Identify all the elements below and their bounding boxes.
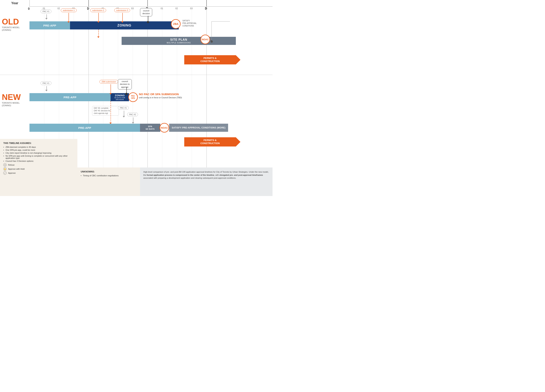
bottom-left-list: ZBA deemed complete in 30 days One SPA p…	[3, 146, 74, 162]
sub3-arrow	[121, 21, 124, 23]
pac1-connector	[46, 14, 47, 18]
old-sub3-bubble: submission 3	[114, 8, 130, 12]
new-pac1-top-line	[46, 86, 47, 90]
old-council-decision: council decision	[140, 8, 152, 16]
bottom-left-title: THIS TIMELINE ASSUMES:	[3, 142, 74, 145]
new-pac1-top-arrow	[45, 90, 48, 91]
old-sub1-bubble: submission 1	[61, 8, 77, 12]
sub1-arrow	[68, 21, 70, 23]
sub2-line	[98, 13, 99, 22]
assumption-4: No SPA pre-app until Zoning is complete …	[3, 155, 74, 159]
sub2-arrow	[97, 21, 99, 23]
new-pac1-bottom-bubble: PAC #1	[118, 106, 129, 110]
old-satisfy-text: SATISFY PRE-APPROVAL CONDITIONS	[182, 19, 208, 27]
new-big-label: NEW	[2, 93, 28, 101]
new-permits-arrow: PERMITS & CONSTRUCTION	[184, 137, 236, 146]
new-council-decision: council decision to approve	[118, 79, 132, 90]
new-pac1-bottom-line	[124, 111, 124, 116]
assumption-5: Council has 3 Decision options:	[3, 160, 74, 162]
council-dot	[147, 21, 149, 23]
new-preapp-top-bar: PRE-APP	[30, 93, 111, 101]
sub2-dashed	[98, 30, 99, 37]
new-pac-spa-badge: PAC SPA	[128, 92, 138, 102]
new-spa-bar: SPA 60 DAYS	[140, 124, 160, 132]
assumption-3: City clerk report timeline is not changi…	[3, 152, 74, 154]
day-dashed-line	[111, 101, 111, 123]
old-permits-arrow: PERMITS & CONSTRUCTION	[184, 55, 236, 64]
new-sub-label: TORONTO MODEL (ZONING)	[2, 102, 28, 107]
old-big-label: OLD	[2, 18, 28, 26]
timeline-header: Year 0 01 02 03 04 1 01 02 03 04 2 01 02…	[30, 0, 272, 7]
new-zba-sub-arrow	[109, 93, 112, 95]
no-pac-text: NO PAC OR SPA SUBMISSION	[139, 92, 182, 96]
old-pac1-bubble: PAC #1	[41, 10, 51, 13]
no-pac-sub-text: until zoning is in force or Council Deci…	[139, 96, 182, 99]
satisfy-line-h	[211, 21, 230, 22]
pac1-arrow	[45, 18, 48, 19]
sub2-siteplan-arrow	[97, 36, 99, 38]
old-zoning-bar: ZONING	[70, 21, 179, 30]
new-council-dot	[125, 93, 128, 95]
option-refuse: ✕ Refuse	[3, 163, 74, 167]
council-zba-line	[148, 16, 148, 21]
satisfy-line-v	[211, 21, 212, 41]
sub3-line	[122, 13, 123, 22]
old-section-label: OLD TORONTO MODEL (ZONING)	[2, 18, 28, 31]
approve-icon: ✓	[3, 171, 7, 175]
old-sub2-bubble: submission 2	[90, 8, 106, 12]
new-council-line	[126, 87, 127, 93]
hold-icon: ✋	[3, 167, 7, 171]
old-sub-label: TORONTO MODEL (ZONING)	[2, 26, 28, 31]
new-zba-submission-bubble: ZBA submission	[99, 80, 118, 84]
no-pac-container: NO PAC OR SPA SUBMISSION until zoning is…	[139, 92, 182, 99]
satisfy-dot	[211, 41, 213, 43]
new-pac2-bubble: PAC #2	[127, 113, 138, 116]
main-container: Year 0 01 02 03 04 1 01 02 03 04 2 01 02…	[0, 0, 272, 196]
sub1-line	[68, 13, 69, 22]
new-pac1-bottom-arrow	[123, 116, 125, 117]
bottom-mid-panel: UNKNOWNS: Timing of CBC contribution neg…	[77, 168, 140, 196]
new-preapp-bottom-bar: PRE-APP	[30, 124, 140, 132]
new-satisfy-bar: SATISFY PRE-APPROVAL CONDITIONS (MORE)	[169, 124, 228, 132]
new-zba-sub-line	[111, 84, 111, 93]
old-preapp-bar: PRE-APP	[30, 21, 70, 30]
bottom-right-text: High-level comparison of pre- and post-B…	[143, 170, 269, 180]
council-options: ✕ Refuse ✋ Approve with Hold ✓ Approve	[3, 163, 74, 175]
bottom-left-panel: THIS TIMELINE ASSUMES: ZBA deemed comple…	[0, 139, 77, 196]
year-label: Year	[0, 1, 30, 5]
old-noac-badge: NOAC	[200, 35, 210, 44]
assumption-1: ZBA deemed complete in 30 days	[3, 146, 74, 148]
new-noac-badge: NOAC	[160, 123, 169, 133]
new-pac1-top-bubble: PAC #1	[41, 81, 51, 85]
bottom-mid-title: UNKNOWNS:	[81, 170, 137, 173]
option-approve-hold: ✋ Approve with Hold	[3, 167, 74, 171]
old-zba-badge: ZBA	[171, 19, 180, 29]
new-section-label: NEW TORONTO MODEL (ZONING)	[2, 93, 28, 107]
old-section: OLD TORONTO MODEL (ZONING) PRE-APP ZONIN…	[0, 7, 272, 75]
bottom-right-panel: High-level comparison of pre- and post-B…	[140, 168, 272, 196]
new-pac2-arrow	[132, 122, 134, 124]
new-day-annotation: DAY 30: complete DAY 40: decision for cl…	[92, 106, 119, 115]
option-approve: ✓ Approve	[3, 171, 74, 175]
refuse-icon: ✕	[3, 163, 7, 167]
old-siteplan-bar: SITE PLAN MULTIPLE SUBMISSIONS	[122, 37, 236, 45]
bottom-mid-list: Timing of CBC contribution negotiations	[81, 175, 137, 177]
assumption-2: One SPA pre-app, could be more	[3, 149, 74, 151]
unknown-1: Timing of CBC contribution negotiations	[81, 175, 137, 177]
